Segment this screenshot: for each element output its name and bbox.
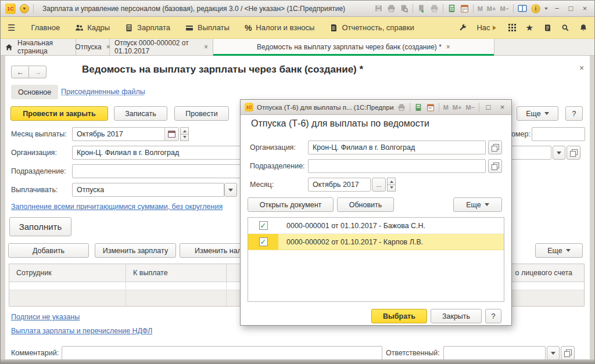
step-up-button[interactable] [180,127,189,135]
quick-print-icon[interactable] [430,4,439,13]
responsible-field[interactable] [443,346,546,360]
step-down-button[interactable] [387,185,396,192]
close-button[interactable]: × [580,4,590,13]
attach-file-icon[interactable] [417,4,426,13]
close-tab-icon[interactable]: × [204,43,208,51]
forward-button[interactable]: → [28,66,46,78]
memory-recall-button[interactable]: M [443,104,449,111]
department-field[interactable] [308,159,486,173]
save-icon[interactable] [374,4,383,13]
print-icon[interactable] [387,4,396,13]
nav-link-attached-files[interactable]: Присоединенные файлы [61,88,145,96]
search-icon[interactable] [561,24,569,32]
edit-salary-button[interactable]: Изменить зарплату [95,243,176,258]
list-item-selected[interactable]: ✓ 0000-000002 от 01.10.2017 - Карпов Л.В… [248,234,504,250]
refresh-button[interactable]: Обновить [337,197,394,212]
favorites-star-icon[interactable]: ★ [526,23,533,33]
signatures-link[interactable]: Подписи не указаны [11,313,80,321]
organization-field[interactable] [308,140,486,154]
help-button[interactable]: ? [565,106,583,121]
calculator-icon[interactable] [414,103,422,111]
minimize-button[interactable]: − [552,4,562,13]
all-functions-grid-icon[interactable] [508,24,516,31]
table-more-button[interactable]: Еще [535,243,583,258]
month-field[interactable] [308,178,371,192]
organization-open-button[interactable] [488,140,502,154]
split-window-icon[interactable] [518,4,527,13]
calendar-picker-button[interactable] [164,128,178,140]
close-form-icon[interactable]: × [579,63,584,73]
memory-add-button[interactable]: M+ [487,5,496,12]
column-header-amount[interactable]: К выплате [126,264,227,282]
pay-type-dropdown-button[interactable] [224,183,237,197]
menu-item-payments[interactable]: Выплаты [178,23,237,32]
list-item[interactable]: ✓ 0000-000001 от 01.10.2017 - Бажова С.Н… [248,218,504,234]
organization-input[interactable] [309,143,485,152]
memory-recall-button[interactable]: M [478,5,483,12]
info-button[interactable]: i [531,4,540,13]
system-menu-button[interactable] [20,4,29,13]
menu-item-taxes[interactable]: % Налоги и взносы [237,23,322,33]
checkbox-checked[interactable]: ✓ [259,221,268,230]
memory-subtract-button[interactable]: M− [465,104,475,111]
write-button[interactable]: Записать [114,106,167,121]
comment-field[interactable] [62,346,382,360]
comment-input[interactable] [62,349,382,357]
calendar-icon[interactable] [460,4,469,13]
nav-tab-main[interactable]: Основное [11,85,58,99]
memory-add-button[interactable]: M+ [453,104,462,111]
menu-item-main[interactable]: Главное [23,23,67,32]
number-input[interactable] [532,130,585,138]
month-field[interactable] [72,127,179,141]
post-and-close-button[interactable]: Провести и закрыть [10,106,108,121]
pay-type-input[interactable] [73,186,224,194]
tab-home[interactable]: Начальная страница [1,39,76,55]
month-stepper[interactable] [387,178,396,192]
checkbox-checked[interactable]: ✓ [259,237,268,246]
add-row-button[interactable]: Добавить [8,243,89,258]
more-button[interactable]: Еще [517,106,558,121]
department-open-button[interactable] [488,159,502,173]
dialog-close-action-button[interactable]: Закрыть [431,309,482,323]
maximize-button[interactable]: □ [566,4,576,13]
dialog-maximize-button[interactable]: □ [483,103,493,111]
wrench-icon[interactable] [458,24,467,32]
calendar-icon[interactable] [426,103,435,111]
responsible-input[interactable] [444,349,545,357]
select-button[interactable]: Выбрать [371,309,427,323]
post-button[interactable]: Провести [174,106,229,121]
organization-open-button[interactable] [567,146,580,160]
burger-menu-icon[interactable]: ☰ [8,23,15,33]
month-input[interactable] [309,181,370,189]
column-header-employee[interactable]: Сотрудник [9,264,126,282]
notifications-bell-icon[interactable] [579,24,587,32]
dialog-more-button[interactable]: Еще [453,197,502,212]
step-down-button[interactable] [180,135,189,142]
close-tab-icon[interactable]: × [446,43,450,51]
menu-item-reports[interactable]: Отчетность, справки [322,23,421,32]
back-button[interactable]: ← [11,66,29,78]
step-up-button[interactable] [387,178,396,185]
responsible-dropdown-button[interactable] [547,346,560,360]
fill-settings-link[interactable]: Заполнение всеми причитающимися суммами,… [11,203,223,211]
payment-and-ndfl-link[interactable]: Выплата зарплаты и перечисление НДФЛ [11,327,152,335]
calculator-icon[interactable] [447,4,456,13]
tab-vacation-document[interactable]: Отпуск 0000-000002 от 01.10.2017 × [110,39,213,55]
memory-subtract-button[interactable]: M− [500,5,509,12]
menu-item-personnel[interactable]: Кадры [67,23,117,32]
month-ellipsis-button[interactable]: ... [372,178,386,192]
tab-vacations-list[interactable]: Отпуска × [76,39,110,55]
chevron-down-icon[interactable] [544,8,548,12]
history-icon[interactable] [543,24,551,32]
preview-icon[interactable] [400,4,408,13]
dialog-close-button[interactable]: × [497,103,507,111]
organization-dropdown-button[interactable] [553,146,565,160]
open-document-button[interactable]: Открыть документ [248,197,334,212]
month-input[interactable] [73,130,164,138]
number-field[interactable] [532,127,585,141]
menu-item-salary[interactable]: Зарплата [117,23,178,32]
pay-type-field[interactable] [72,183,224,197]
department-input[interactable] [309,162,485,170]
tab-payroll-statement[interactable]: Ведомость на выплату зарплаты через банк… [213,39,494,55]
print-icon[interactable] [397,103,406,111]
